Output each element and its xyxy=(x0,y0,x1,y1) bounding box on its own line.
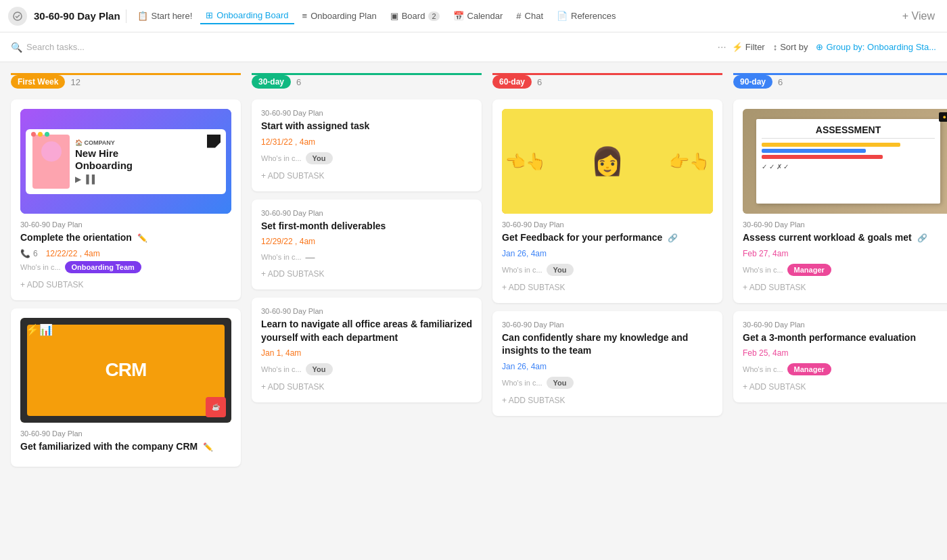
board-icon: ▣ xyxy=(390,11,398,21)
card-get-feedback[interactable]: 👩 👈👆 👉👆 30-60-90 Day Plan Get Feedback f… xyxy=(492,99,722,303)
assignee-tag[interactable]: You xyxy=(306,152,333,164)
who-label: Who's in c... xyxy=(261,154,302,162)
card-title: Get familiarized with the company CRM ✏️ xyxy=(20,440,231,454)
crm-image: CRM ☕ ⚡📊 xyxy=(20,318,231,423)
assignee-tag[interactable]: You xyxy=(547,377,574,389)
sort-button[interactable]: ↕ Sort by xyxy=(773,42,808,52)
card-start-assigned-task[interactable]: 30-60-90 Day Plan Start with assigned ta… xyxy=(252,99,482,191)
attachment-icon: ✏️ xyxy=(137,233,147,243)
card-navigate-office[interactable]: 30-60-90 Day Plan Learn to navigate all … xyxy=(252,298,482,402)
add-view-button[interactable]: + View xyxy=(898,7,939,25)
group-icon: ⊕ xyxy=(816,42,823,52)
col-header-90day: 90-day 6 xyxy=(733,73,947,91)
who-label: Who's in c... xyxy=(743,266,783,274)
card-meta: 30-60-90 Day Plan xyxy=(743,220,947,229)
toolbar: 🔍 Search tasks... ··· ⚡ Filter ↕ Sort by… xyxy=(0,32,947,62)
filter-button[interactable]: ⚡ Filter xyxy=(732,42,765,52)
card-title: Set first-month deliverables xyxy=(261,220,472,233)
card-who: Who's in c... — xyxy=(261,252,472,262)
column-first-week: First Week 12 🏠 COMPANY xyxy=(11,73,241,560)
add-subtask-button[interactable]: + ADD SUBTASK xyxy=(743,381,947,393)
assignee-tag[interactable]: You xyxy=(547,264,574,276)
phone-icon: 📞 xyxy=(20,249,30,258)
column-30day: 30-day 6 30-60-90 Day Plan Start with as… xyxy=(252,73,482,560)
card-3month-evaluation[interactable]: 30-60-90 Day Plan Get a 3-month performa… xyxy=(733,311,947,403)
attachment-icon: ✏️ xyxy=(203,442,213,452)
column-60day: 60-day 6 👩 👈👆 👉👆 30-60-90 Day Plan Get F… xyxy=(492,73,722,560)
top-nav: 30-60-90 Day Plan 📋 Start here! ⊞ Onboar… xyxy=(0,0,947,32)
nav-start-here[interactable]: 📋 Start here! xyxy=(132,8,198,24)
board-badge: 2 xyxy=(428,11,439,21)
col-header-first-week: First Week 12 xyxy=(11,73,241,91)
nav-calendar[interactable]: 📅 Calendar xyxy=(448,8,509,24)
first-week-count: 12 xyxy=(70,77,80,87)
card-date: 12/22/22 , 4am xyxy=(46,249,100,258)
60day-badge: 60-day xyxy=(492,75,532,89)
card-phone: 📞 6 12/22/22 , 4am xyxy=(20,249,231,258)
card-date: Jan 1, 4am xyxy=(261,348,472,358)
board-area: First Week 12 🏠 COMPANY xyxy=(0,62,947,560)
first-week-badge: First Week xyxy=(11,75,65,89)
assignee-tag[interactable]: Manager xyxy=(787,264,831,276)
feedback-image: 👩 👈👆 👉👆 xyxy=(502,109,713,214)
who-label: Who's in c... xyxy=(261,365,302,373)
card-meta: 30-60-90 Day Plan xyxy=(20,220,231,229)
who-dash: — xyxy=(306,252,315,262)
search-area[interactable]: 🔍 Search tasks... xyxy=(11,42,709,53)
card-first-month-deliverables[interactable]: 30-60-90 Day Plan Set first-month delive… xyxy=(252,200,482,290)
onboarding-plan-icon: ≡ xyxy=(302,11,308,21)
card-date: Feb 27, 4am xyxy=(743,249,947,258)
card-share-knowledge[interactable]: 30-60-90 Day Plan Can confidently share … xyxy=(492,311,722,416)
card-title: Can confidently share my knowledge and i… xyxy=(502,331,713,358)
add-subtask-button[interactable]: + ADD SUBTASK xyxy=(261,381,472,393)
col-header-30day: 30-day 6 xyxy=(252,73,482,91)
card-get-familiarized-crm[interactable]: CRM ☕ ⚡📊 30-60-90 Day Plan Get familiari… xyxy=(11,308,241,467)
add-subtask-button[interactable]: + ADD SUBTASK xyxy=(261,268,472,280)
90day-badge: 90-day xyxy=(733,75,772,89)
references-icon: 📄 xyxy=(557,11,568,21)
card-date: Jan 26, 4am xyxy=(502,362,713,371)
card-title: Assess current workload & goals met 🔗 xyxy=(743,231,947,245)
card-meta: 30-60-90 Day Plan xyxy=(502,220,713,229)
card-title: Get a 3-month performance evaluation xyxy=(743,331,947,345)
search-icon: 🔍 xyxy=(11,42,22,53)
add-subtask-button[interactable]: + ADD SUBTASK xyxy=(502,281,713,294)
assignee-tag[interactable]: Onboarding Team xyxy=(65,261,141,273)
filter-icon: ⚡ xyxy=(732,42,743,52)
card-meta: 30-60-90 Day Plan xyxy=(261,209,472,217)
calendar-icon: 📅 xyxy=(453,11,464,21)
new-hire-image: 🏠 COMPANY New HireOnboarding ▶ ▐▐ xyxy=(20,109,231,214)
add-subtask-button[interactable]: + ADD SUBTASK xyxy=(20,279,231,291)
who-label: Who's in c... xyxy=(261,253,302,261)
card-meta: 30-60-90 Day Plan xyxy=(502,321,713,329)
assignee-tag[interactable]: You xyxy=(306,363,333,375)
card-who: Who's in c... You xyxy=(502,264,713,276)
add-subtask-button[interactable]: + ADD SUBTASK xyxy=(743,281,947,294)
chat-icon: # xyxy=(516,11,521,21)
card-who: Who's in c... Manager xyxy=(743,264,947,276)
card-title: Get Feedback for your performance 🔗 xyxy=(502,231,713,245)
add-subtask-button[interactable]: + ADD SUBTASK xyxy=(261,170,472,182)
app-logo xyxy=(8,7,27,26)
nav-chat[interactable]: # Chat xyxy=(511,8,549,24)
onboarding-board-icon: ⊞ xyxy=(206,10,213,20)
attachment-icon: 🔗 xyxy=(917,233,927,243)
col-header-60day: 60-day 6 xyxy=(492,73,722,91)
toolbar-right: ⚡ Filter ↕ Sort by ⊕ Group by: Onboardin… xyxy=(732,42,936,52)
group-button[interactable]: ⊕ Group by: Onboarding Sta... xyxy=(816,42,936,52)
card-title: Complete the orientation ✏️ xyxy=(20,231,231,245)
card-complete-orientation[interactable]: 🏠 COMPANY New HireOnboarding ▶ ▐▐ xyxy=(11,99,241,300)
assignee-tag[interactable]: Manager xyxy=(787,363,831,375)
nav-references[interactable]: 📄 References xyxy=(551,8,621,24)
more-options-button[interactable]: ··· xyxy=(717,41,726,53)
card-assess-workload[interactable]: ASSESSMENT ✓ ✓ ✗ ✓ ● 30-60-90 Day Plan A… xyxy=(733,99,947,303)
nav-onboarding-board[interactable]: ⊞ Onboarding Board xyxy=(200,7,294,24)
nav-board[interactable]: ▣ Board 2 xyxy=(385,8,445,24)
card-date: 12/31/22 , 4am xyxy=(261,137,472,147)
add-subtask-button[interactable]: + ADD SUBTASK xyxy=(502,394,713,406)
60day-count: 6 xyxy=(537,77,542,87)
who-label: Who's in c... xyxy=(502,379,542,387)
card-title: Learn to navigate all office areas & fam… xyxy=(261,318,472,344)
card-who: Who's in c... Onboarding Team xyxy=(20,261,231,273)
nav-onboarding-plan[interactable]: ≡ Onboarding Plan xyxy=(297,8,382,24)
